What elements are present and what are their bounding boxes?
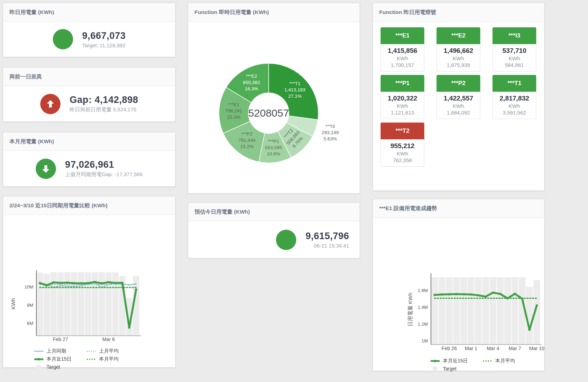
stat-text: 97,026,961 上個月同期用電Gap: -17,377,566	[65, 159, 143, 178]
tile-status-header: ***T2	[381, 123, 424, 139]
stat-value: 9,667,073	[82, 30, 126, 41]
legend-item-thick[interactable]: 本月近15日	[34, 356, 86, 362]
target-bar	[468, 277, 474, 345]
tile-body: 1,422,557KWh1,684,092	[437, 92, 480, 119]
tile-status-header: ***E1	[381, 27, 424, 44]
tile-body: 2,817,832KWh3,591,562	[493, 92, 536, 119]
tile-target: 1,121,613	[382, 110, 423, 116]
data-point[interactable]	[433, 294, 435, 296]
target-bar	[78, 272, 84, 336]
y-tick-label: 1.6M	[418, 288, 428, 293]
legend-label: Target	[47, 364, 60, 370]
data-point[interactable]	[73, 282, 75, 284]
y-tick-label: 8M	[27, 303, 33, 308]
data-point[interactable]	[66, 282, 68, 284]
data-point[interactable]	[121, 282, 123, 284]
legend-label: 上月平均	[99, 348, 119, 354]
realtime-donut-chart[interactable]: ***T11,413,18327.1%***I3293,1495.63%***T…	[188, 22, 360, 186]
legend-marker-solid	[34, 349, 44, 354]
target-bar	[85, 272, 91, 336]
tile-body: 1,020,322KWh1,121,613	[381, 92, 424, 119]
donut-slice-label: ***T11,413,18327.1%	[284, 81, 305, 99]
data-point[interactable]	[470, 293, 472, 296]
arrow-down-circle-icon	[36, 159, 56, 179]
donut-slice-label: ***P2791,44415.2%	[239, 131, 256, 150]
compare-chart-svg: 6M8M10MFeb 27Mar 6KWh	[3, 215, 175, 345]
data-point[interactable]	[87, 282, 89, 284]
data-point[interactable]	[80, 282, 82, 284]
data-point[interactable]	[484, 296, 487, 298]
data-point[interactable]	[529, 329, 531, 331]
x-tick-label: Mar 1	[465, 346, 477, 351]
panel-title-text: 預估今日用電量 (KWh)	[194, 209, 250, 215]
panel-title: 2/24~3/10 近15日同期用電量比較 (KWh)	[3, 196, 175, 215]
tile-target: 1,700,157	[382, 62, 423, 68]
panel-title: Function 昨日用電燈號	[373, 3, 544, 22]
tile-unit: KWh	[438, 103, 479, 109]
stat-subtitle: Target: 11,128,992	[82, 42, 126, 48]
y-tick-label: 6M	[27, 321, 33, 326]
data-point[interactable]	[492, 292, 494, 294]
panel-yesterday-lights: Function 昨日用電燈號 ***E11,415,856KWh1,700,1…	[373, 3, 545, 191]
stat-content: 97,026,961 上個月同期用電Gap: -17,377,566	[3, 151, 175, 186]
stat-content: 9,615,796 06-21 15:34:41	[188, 221, 360, 258]
panel-realtime-donut: Function 即時日用電量 (KWh) ***T11,413,18327.1…	[188, 3, 360, 194]
panel-yesterday-usage: 昨日用電量 (KWh) 9,667,073 Target: 11,128,992	[3, 3, 176, 57]
data-point[interactable]	[536, 304, 538, 306]
tile-value: 2,817,832	[494, 95, 535, 102]
tile-target: 584,861	[494, 62, 535, 68]
legend-item-square[interactable]: Target	[430, 366, 483, 371]
data-point[interactable]	[455, 293, 458, 295]
target-bar	[453, 277, 460, 345]
data-point[interactable]	[514, 293, 516, 295]
e1-trend-line-chart[interactable]: 1M1.2M1.4M1.6MFeb 26Mar 1Mar 4Mar 7Mar 1…	[373, 218, 544, 373]
light-tile-E1: ***E11,415,856KWh1,700,157	[381, 27, 424, 71]
legend-item-solid[interactable]: 上月同期	[34, 348, 86, 354]
legend-item-dotted[interactable]: 本月平均	[483, 358, 535, 364]
stat-text: Gap: 4,142,898 昨日與前日用電量 5,524,175	[70, 95, 138, 113]
data-point[interactable]	[52, 281, 55, 283]
data-point[interactable]	[45, 284, 48, 286]
y-tick-label: 1M	[421, 338, 428, 343]
tile-value: 1,020,322	[382, 95, 423, 102]
tile-value: 1,415,856	[382, 47, 423, 55]
target-bar	[431, 277, 438, 345]
legend-label: 本月近15日	[47, 356, 72, 362]
legend-item-dashed[interactable]: 上月平均	[86, 348, 139, 354]
legend-label: 本月平均	[99, 356, 119, 362]
panel-title-text: 2/24~3/10 近15日同期用電量比較 (KWh)	[9, 202, 107, 208]
legend-item-square[interactable]: Target	[34, 364, 86, 370]
data-point[interactable]	[499, 293, 501, 295]
data-point[interactable]	[441, 293, 443, 296]
tile-status-header: ***T1	[493, 75, 536, 92]
legend-item-dotted[interactable]: 本月平均	[86, 356, 139, 362]
stat-content: 9,667,073 Target: 11,128,992	[3, 22, 175, 57]
stat-subtitle: 昨日與前日用電量 5,524,175	[70, 106, 138, 113]
data-point[interactable]	[448, 293, 450, 295]
target-bar	[504, 277, 511, 345]
chart-legend: 本月近15日本月平均Target	[430, 358, 546, 373]
tile-status-header: ***P1	[381, 75, 424, 92]
data-point[interactable]	[59, 282, 62, 284]
column-middle: Function 即時日用電量 (KWh) ***T11,413,18327.1…	[188, 3, 360, 258]
status-circle-icon	[276, 230, 296, 250]
x-tick-label: Mar 4	[487, 346, 499, 351]
data-point[interactable]	[94, 281, 96, 283]
stat-subtitle: 06-21 15:34:41	[305, 243, 349, 249]
data-point[interactable]	[135, 289, 137, 291]
data-point[interactable]	[101, 282, 103, 284]
target-bar	[490, 277, 496, 345]
data-point[interactable]	[107, 281, 109, 283]
data-point[interactable]	[128, 326, 130, 328]
data-point[interactable]	[477, 294, 479, 296]
data-point[interactable]	[114, 282, 116, 284]
y-tick-label: 1.2M	[418, 321, 428, 327]
data-point[interactable]	[39, 282, 41, 284]
compare-line-chart[interactable]: 6M8M10MFeb 27Mar 6KWh上月同期上月平均本月近15日本月平均T…	[3, 215, 175, 371]
tile-value: 537,710	[494, 47, 535, 55]
legend-item-thick[interactable]: 本月近15日	[430, 358, 483, 364]
panel-title-text: Function 即時日用電量 (KWh)	[194, 9, 269, 15]
data-point[interactable]	[463, 293, 465, 295]
target-bar	[439, 277, 445, 345]
panel-e1-trend-chart: ***E1 設備用電達成趨勢 1M1.2M1.4M1.6MFeb 26Mar 1…	[373, 199, 545, 371]
